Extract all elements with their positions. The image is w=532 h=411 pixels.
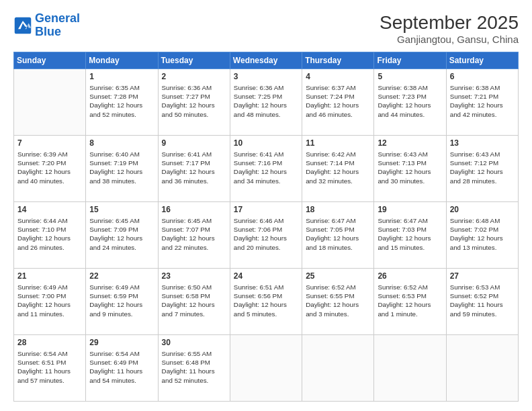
day-number: 2	[162, 72, 226, 81]
table-row	[230, 335, 302, 402]
table-row: 18Sunrise: 6:47 AMSunset: 7:05 PMDayligh…	[302, 202, 374, 269]
table-row	[446, 335, 518, 402]
day-number: 30	[162, 338, 226, 347]
day-info: Sunrise: 6:47 AMSunset: 7:03 PMDaylight:…	[378, 216, 442, 252]
day-info: Sunrise: 6:48 AMSunset: 7:02 PMDaylight:…	[450, 216, 515, 252]
table-row	[374, 335, 446, 402]
day-number: 24	[234, 271, 298, 281]
header-thursday: Thursday	[302, 52, 374, 69]
day-info: Sunrise: 6:47 AMSunset: 7:05 PMDaylight:…	[306, 216, 370, 252]
day-info: Sunrise: 6:46 AMSunset: 7:06 PMDaylight:…	[234, 216, 298, 252]
calendar-header-row: Sunday Monday Tuesday Wednesday Thursday…	[14, 52, 519, 69]
day-info: Sunrise: 6:37 AMSunset: 7:24 PMDaylight:…	[306, 83, 370, 119]
table-row: 6Sunrise: 6:38 AMSunset: 7:21 PMDaylight…	[446, 69, 518, 136]
day-number: 26	[378, 271, 442, 281]
day-info: Sunrise: 6:42 AMSunset: 7:14 PMDaylight:…	[306, 150, 370, 185]
calendar-week-2: 7Sunrise: 6:39 AMSunset: 7:20 PMDaylight…	[14, 136, 519, 202]
day-number: 8	[89, 138, 154, 148]
table-row: 24Sunrise: 6:51 AMSunset: 6:56 PMDayligh…	[230, 269, 302, 335]
day-number: 11	[306, 138, 370, 148]
day-number: 6	[450, 72, 515, 81]
table-row: 19Sunrise: 6:47 AMSunset: 7:03 PMDayligh…	[374, 202, 446, 269]
table-row: 8Sunrise: 6:40 AMSunset: 7:19 PMDaylight…	[86, 136, 158, 202]
day-number: 10	[234, 138, 298, 148]
day-number: 22	[89, 271, 154, 281]
day-info: Sunrise: 6:49 AMSunset: 6:59 PMDaylight:…	[89, 283, 154, 318]
table-row: 11Sunrise: 6:42 AMSunset: 7:14 PMDayligh…	[302, 136, 374, 202]
day-number: 4	[306, 72, 370, 81]
day-number: 13	[450, 138, 515, 148]
logo: General Blue	[13, 12, 80, 39]
header-friday: Friday	[374, 52, 446, 69]
table-row: 25Sunrise: 6:52 AMSunset: 6:55 PMDayligh…	[302, 269, 374, 335]
day-number: 1	[89, 72, 154, 81]
table-row: 5Sunrise: 6:38 AMSunset: 7:23 PMDaylight…	[374, 69, 446, 136]
day-number: 21	[17, 271, 82, 281]
day-number: 17	[234, 205, 298, 214]
table-row: 9Sunrise: 6:41 AMSunset: 7:17 PMDaylight…	[158, 136, 230, 202]
location-subtitle: Ganjiangtou, Gansu, China	[380, 34, 519, 45]
day-number: 29	[89, 338, 154, 347]
table-row: 17Sunrise: 6:46 AMSunset: 7:06 PMDayligh…	[230, 202, 302, 269]
day-info: Sunrise: 6:41 AMSunset: 7:17 PMDaylight:…	[162, 150, 226, 185]
title-block: September 2025 Ganjiangtou, Gansu, China	[380, 12, 519, 45]
table-row: 27Sunrise: 6:53 AMSunset: 6:52 PMDayligh…	[446, 269, 518, 335]
day-number: 18	[306, 205, 370, 214]
day-info: Sunrise: 6:44 AMSunset: 7:10 PMDaylight:…	[17, 216, 82, 252]
table-row: 2Sunrise: 6:36 AMSunset: 7:27 PMDaylight…	[158, 69, 230, 136]
table-row: 29Sunrise: 6:54 AMSunset: 6:49 PMDayligh…	[86, 335, 158, 402]
header: General Blue September 2025 Ganjiangtou,…	[13, 12, 519, 45]
table-row: 12Sunrise: 6:43 AMSunset: 7:13 PMDayligh…	[374, 136, 446, 202]
day-info: Sunrise: 6:54 AMSunset: 6:51 PMDaylight:…	[17, 349, 82, 385]
day-number: 9	[162, 138, 226, 148]
logo-text: General Blue	[35, 12, 80, 39]
day-info: Sunrise: 6:53 AMSunset: 6:52 PMDaylight:…	[450, 283, 515, 318]
header-sunday: Sunday	[14, 52, 86, 69]
day-number: 16	[162, 205, 226, 214]
day-number: 27	[450, 271, 515, 281]
day-info: Sunrise: 6:38 AMSunset: 7:21 PMDaylight:…	[450, 83, 515, 119]
day-info: Sunrise: 6:36 AMSunset: 7:25 PMDaylight:…	[234, 83, 298, 119]
day-info: Sunrise: 6:51 AMSunset: 6:56 PMDaylight:…	[234, 283, 298, 318]
table-row	[302, 335, 374, 402]
day-info: Sunrise: 6:43 AMSunset: 7:13 PMDaylight:…	[378, 150, 442, 185]
table-row: 30Sunrise: 6:55 AMSunset: 6:48 PMDayligh…	[158, 335, 230, 402]
day-number: 14	[17, 205, 82, 214]
table-row: 10Sunrise: 6:41 AMSunset: 7:16 PMDayligh…	[230, 136, 302, 202]
day-info: Sunrise: 6:45 AMSunset: 7:07 PMDaylight:…	[162, 216, 226, 252]
day-info: Sunrise: 6:36 AMSunset: 7:27 PMDaylight:…	[162, 83, 226, 119]
day-info: Sunrise: 6:55 AMSunset: 6:48 PMDaylight:…	[162, 349, 226, 385]
day-info: Sunrise: 6:39 AMSunset: 7:20 PMDaylight:…	[17, 150, 82, 185]
table-row: 28Sunrise: 6:54 AMSunset: 6:51 PMDayligh…	[14, 335, 86, 402]
table-row: 20Sunrise: 6:48 AMSunset: 7:02 PMDayligh…	[446, 202, 518, 269]
day-number: 28	[17, 338, 82, 347]
table-row: 13Sunrise: 6:43 AMSunset: 7:12 PMDayligh…	[446, 136, 518, 202]
day-info: Sunrise: 6:41 AMSunset: 7:16 PMDaylight:…	[234, 150, 298, 185]
day-info: Sunrise: 6:38 AMSunset: 7:23 PMDaylight:…	[378, 83, 442, 119]
table-row: 3Sunrise: 6:36 AMSunset: 7:25 PMDaylight…	[230, 69, 302, 136]
header-monday: Monday	[86, 52, 158, 69]
day-number: 25	[306, 271, 370, 281]
day-info: Sunrise: 6:43 AMSunset: 7:12 PMDaylight:…	[450, 150, 515, 185]
month-title: September 2025	[380, 12, 519, 34]
day-number: 19	[378, 205, 442, 214]
day-number: 12	[378, 138, 442, 148]
table-row: 14Sunrise: 6:44 AMSunset: 7:10 PMDayligh…	[14, 202, 86, 269]
table-row: 16Sunrise: 6:45 AMSunset: 7:07 PMDayligh…	[158, 202, 230, 269]
table-row: 26Sunrise: 6:52 AMSunset: 6:53 PMDayligh…	[374, 269, 446, 335]
day-info: Sunrise: 6:52 AMSunset: 6:53 PMDaylight:…	[378, 283, 442, 318]
day-info: Sunrise: 6:40 AMSunset: 7:19 PMDaylight:…	[89, 150, 154, 185]
day-number: 5	[378, 72, 442, 81]
table-row: 4Sunrise: 6:37 AMSunset: 7:24 PMDaylight…	[302, 69, 374, 136]
table-row: 23Sunrise: 6:50 AMSunset: 6:58 PMDayligh…	[158, 269, 230, 335]
calendar-table: Sunday Monday Tuesday Wednesday Thursday…	[13, 52, 519, 402]
day-info: Sunrise: 6:54 AMSunset: 6:49 PMDaylight:…	[89, 349, 154, 385]
day-number: 3	[234, 72, 298, 81]
logo-icon	[13, 16, 32, 35]
table-row: 21Sunrise: 6:49 AMSunset: 7:00 PMDayligh…	[14, 269, 86, 335]
table-row: 7Sunrise: 6:39 AMSunset: 7:20 PMDaylight…	[14, 136, 86, 202]
header-saturday: Saturday	[446, 52, 518, 69]
day-number: 7	[17, 138, 82, 148]
calendar-week-1: 1Sunrise: 6:35 AMSunset: 7:28 PMDaylight…	[14, 69, 519, 136]
day-number: 23	[162, 271, 226, 281]
